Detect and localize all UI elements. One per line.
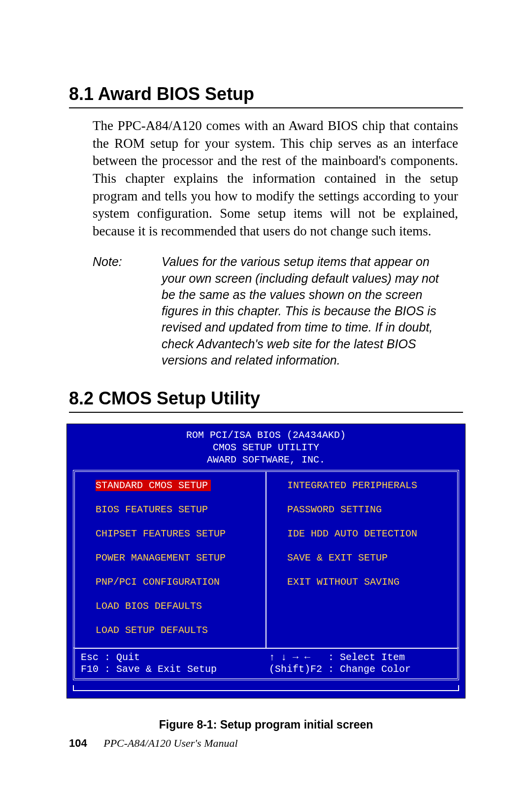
bios-header-line3: AWARD SOFTWARE, INC. — [67, 454, 465, 466]
section-8-1-body: The PPC-A84/A120 comes with an Award BIO… — [93, 117, 458, 240]
manual-page: 8.1 Award BIOS Setup The PPC-A84/A120 co… — [0, 0, 532, 797]
note-block: Note: Values for the various setup items… — [93, 254, 453, 368]
figure-8-1: ROM PCI/ISA BIOS (2A434AKD) CMOS SETUP U… — [69, 424, 463, 731]
menu-item-standard-cmos[interactable]: STANDARD CMOS SETUP — [96, 480, 211, 491]
menu-item-bios-features[interactable]: BIOS FEATURES SETUP — [96, 504, 266, 515]
bios-menu-right-column: INTEGRATED PERIPHERALS PASSWORD SETTING … — [266, 472, 457, 648]
menu-item-load-setup-defaults[interactable]: LOAD SETUP DEFAULTS — [96, 625, 266, 636]
note-text: Values for the various setup items that … — [162, 254, 453, 368]
menu-item-integrated-peripherals[interactable]: INTEGRATED PERIPHERALS — [287, 480, 457, 491]
bios-menu-box: STANDARD CMOS SETUP BIOS FEATURES SETUP … — [73, 470, 459, 648]
section-heading-8-2: 8.2 CMOS Setup Utility — [69, 388, 463, 413]
menu-item-save-exit[interactable]: SAVE & EXIT SETUP — [287, 552, 457, 564]
menu-item-ide-hdd-auto[interactable]: IDE HDD AUTO DETECTION — [287, 528, 457, 539]
doc-title: PPC-A84/A120 User's Manual — [103, 737, 237, 749]
menu-item-chipset-features[interactable]: CHIPSET FEATURES SETUP — [96, 528, 266, 539]
bios-menu-left-column: STANDARD CMOS SETUP BIOS FEATURES SETUP … — [75, 472, 266, 648]
bios-header-line1: ROM PCI/ISA BIOS (2A434AKD) — [67, 429, 465, 441]
page-footer: 104 PPC-A84/A120 User's Manual — [69, 737, 238, 750]
menu-item-password-setting[interactable]: PASSWORD SETTING — [287, 504, 457, 515]
menu-item-power-management[interactable]: POWER MANAGEMENT SETUP — [96, 552, 266, 564]
menu-item-pnp-pci[interactable]: PNP/PCI CONFIGURATION — [96, 576, 266, 588]
bios-header: ROM PCI/ISA BIOS (2A434AKD) CMOS SETUP U… — [67, 426, 465, 470]
bios-bottom-strip — [73, 685, 459, 691]
bios-screen: ROM PCI/ISA BIOS (2A434AKD) CMOS SETUP U… — [66, 424, 466, 698]
page-number: 104 — [69, 737, 87, 749]
menu-item-exit-no-save[interactable]: EXIT WITHOUT SAVING — [287, 576, 457, 588]
bios-footer: Esc : Quit F10 : Save & Exit Setup ↑ ↓ →… — [73, 648, 459, 680]
bios-header-line2: CMOS SETUP UTILITY — [67, 441, 465, 454]
section-heading-8-1: 8.1 Award BIOS Setup — [69, 84, 463, 108]
menu-item-load-bios-defaults[interactable]: LOAD BIOS DEFAULTS — [96, 600, 266, 612]
figure-caption: Figure 8-1: Setup program initial screen — [159, 718, 373, 731]
bios-footer-left: Esc : Quit F10 : Save & Exit Setup — [81, 652, 269, 675]
note-label: Note: — [93, 254, 162, 368]
bios-footer-right: ↑ ↓ → ← : Select Item (Shift)F2 : Change… — [269, 652, 457, 675]
